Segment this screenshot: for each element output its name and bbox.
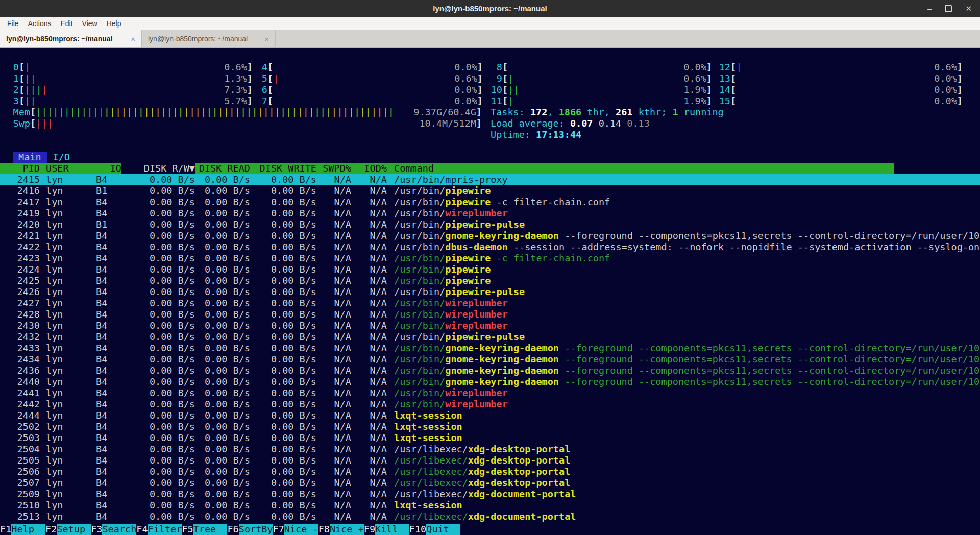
fkey-f2[interactable]: F2Setup [45, 524, 91, 535]
minimize-button[interactable]: – [927, 5, 932, 12]
menu-item-actions[interactable]: Actions [23, 18, 56, 29]
wr-cell: 0.00 B/s [250, 331, 316, 343]
column-header-disk-read[interactable]: DISK READ [195, 163, 250, 174]
pid-cell: 2510 [5, 500, 40, 511]
process-row[interactable]: 2507lynB40.00 B/s0.00 B/s0.00 B/sN/AN/A/… [0, 477, 980, 489]
process-row[interactable]: 2442lynB40.00 B/s0.00 B/s0.00 B/sN/AN/A/… [0, 399, 980, 410]
command-cell: /usr/libexec/xdg-document-portal [387, 511, 980, 522]
user-cell: lyn [40, 354, 96, 365]
process-row[interactable]: 2506lynB40.00 B/s0.00 B/s0.00 B/sN/AN/A/… [0, 466, 980, 477]
process-row[interactable]: 2513lynB40.00 B/s0.00 B/s0.00 B/sN/AN/A/… [0, 511, 980, 522]
column-header-command[interactable]: Command [387, 163, 894, 174]
process-row[interactable]: 2509lynB40.00 B/s0.00 B/s0.00 B/sN/AN/A/… [0, 489, 980, 500]
process-row[interactable]: 2503lynB40.00 B/s0.00 B/s0.00 B/sN/AN/Al… [0, 432, 980, 444]
column-header-disk-r-w-[interactable]: DISK R/W▼ [121, 163, 195, 174]
iod-cell: N/A [351, 455, 387, 466]
column-header-swpd-[interactable]: SWPD% [316, 163, 351, 174]
process-row[interactable]: 2421lynB40.00 B/s0.00 B/s0.00 B/sN/AN/A/… [0, 230, 980, 241]
process-row[interactable]: 2440lynB40.00 B/s0.00 B/s0.00 B/sN/AN/A/… [0, 376, 980, 387]
process-row[interactable]: 2433lynB40.00 B/s0.00 B/s0.00 B/sN/AN/A/… [0, 343, 980, 354]
column-header-user[interactable]: USER [40, 163, 96, 174]
process-row[interactable]: 2430lynB40.00 B/s0.00 B/s0.00 B/sN/AN/A/… [0, 320, 980, 331]
process-row[interactable]: 2420lynB10.00 B/s0.00 B/s0.00 B/sN/AN/A/… [0, 219, 980, 230]
swpd-cell: N/A [316, 253, 351, 264]
terminal-tab[interactable]: lyn@lyn-b850mprors: ~/manual× [0, 30, 142, 47]
command-cell: lxqt-session [387, 421, 980, 432]
process-row[interactable]: 2428lynB40.00 B/s0.00 B/s0.00 B/sN/AN/A/… [0, 309, 980, 320]
column-header-io[interactable]: IO [96, 163, 121, 174]
bracket: ] [477, 73, 483, 84]
process-row[interactable]: 2441lynB40.00 B/s0.00 B/s0.00 B/sN/AN/A/… [0, 387, 980, 399]
pid-cell: 2503 [5, 432, 40, 444]
terminal-screen: 0[|0.6%]1[||1.3%]2[||||7.3%]3[||5.7%]4[0… [0, 48, 980, 535]
process-row[interactable]: 2504lynB40.00 B/s0.00 B/s0.00 B/sN/AN/A/… [0, 444, 980, 455]
fkey-f9[interactable]: F9Kill [364, 524, 409, 535]
process-row[interactable]: 2432lynB40.00 B/s0.00 B/s0.00 B/sN/AN/A/… [0, 331, 980, 343]
bracket: ] [477, 95, 483, 107]
fkey-f7[interactable]: F7Nice - [273, 524, 318, 535]
wr-cell: 0.00 B/s [250, 309, 316, 320]
terminal-tab[interactable]: lyn@lyn-b850mprors: ~/manual× [142, 30, 276, 47]
menu-item-view[interactable]: View [78, 18, 102, 29]
pid-cell: 2426 [5, 286, 40, 298]
swpd-cell: N/A [316, 219, 351, 230]
process-row[interactable]: 2427lynB40.00 B/s0.00 B/s0.00 B/sN/AN/A/… [0, 298, 980, 309]
pid-cell: 2505 [5, 455, 40, 466]
fkey-f10[interactable]: F10Quit [409, 524, 460, 535]
process-row[interactable]: 2416lynB10.00 B/s0.00 B/s0.00 B/sN/AN/A/… [0, 185, 980, 197]
process-row[interactable]: 2505lynB40.00 B/s0.00 B/s0.00 B/sN/AN/A/… [0, 455, 980, 466]
fkey-f3[interactable]: F3Search [91, 524, 136, 535]
wr-cell: 0.00 B/s [250, 489, 316, 500]
process-row[interactable]: 2425lynB40.00 B/s0.00 B/s0.00 B/sN/AN/A/… [0, 275, 980, 286]
column-header-pid[interactable]: PID [5, 163, 40, 174]
column-header-disk-write[interactable]: DISK WRITE [250, 163, 316, 174]
process-row[interactable]: 2419lynB40.00 B/s0.00 B/s0.00 B/sN/AN/A/… [0, 208, 980, 219]
tab-close-icon[interactable]: × [131, 35, 135, 43]
fkey-f6[interactable]: F6SortBy [227, 524, 273, 535]
memory-meter-value: 9.37G/60.4G [413, 107, 476, 118]
bracket: ] [957, 73, 963, 84]
process-row[interactable]: 2510lynB40.00 B/s0.00 B/s0.00 B/sN/AN/Al… [0, 500, 980, 511]
user-cell: lyn [40, 241, 96, 253]
cpu-14-meter: 14[0.0%] [719, 84, 963, 95]
process-row[interactable]: 2426lynB40.00 B/s0.00 B/s0.00 B/sN/AN/A/… [0, 286, 980, 298]
iod-cell: N/A [351, 410, 387, 421]
menu-item-file[interactable]: File [3, 18, 23, 29]
swpd-cell: N/A [316, 376, 351, 387]
process-row[interactable]: 2434lynB40.00 B/s0.00 B/s0.00 B/sN/AN/A/… [0, 354, 980, 365]
bracket: ] [476, 118, 482, 129]
process-row[interactable]: 2444lynB40.00 B/s0.00 B/s0.00 B/sN/AN/Al… [0, 410, 980, 421]
cpu-5-meter: 5[|0.6%] [261, 73, 483, 84]
process-row[interactable]: 2502lynB40.00 B/s0.00 B/s0.00 B/sN/AN/Al… [0, 421, 980, 432]
maximize-button[interactable] [945, 5, 952, 12]
close-button[interactable]: ✕ [965, 5, 972, 12]
user-cell: lyn [40, 197, 96, 208]
wr-cell: 0.00 B/s [250, 477, 316, 489]
fkey-f5[interactable]: F5Tree [182, 524, 227, 535]
bracket: [ [730, 73, 736, 84]
fkey-f4[interactable]: F4Filter [136, 524, 182, 535]
process-row[interactable]: 2423lynB40.00 B/s0.00 B/s0.00 B/sN/AN/A/… [0, 253, 980, 264]
column-header-iod-[interactable]: IOD% [351, 163, 387, 174]
rw-cell: 0.00 B/s [121, 343, 195, 354]
cpu-meter-bar: | [273, 73, 279, 84]
menu-item-help[interactable]: Help [102, 18, 126, 29]
htop-tab-main[interactable]: Main [13, 152, 47, 163]
tab-close-icon[interactable]: × [264, 35, 269, 43]
rd-cell: 0.00 B/s [195, 343, 250, 354]
bracket: [ [267, 95, 273, 107]
menu-item-edit[interactable]: Edit [56, 18, 77, 29]
fkey-f8[interactable]: F8Nice + [318, 524, 364, 535]
io-cell: B4 [96, 275, 121, 286]
process-row[interactable]: 2436lynB40.00 B/s0.00 B/s0.00 B/sN/AN/A/… [0, 365, 980, 376]
htop-tab-io[interactable]: I/O [53, 152, 70, 163]
process-row[interactable]: 2422lynB40.00 B/s0.00 B/s0.00 B/sN/AN/A/… [0, 241, 980, 253]
rw-cell: 0.00 B/s [121, 230, 195, 241]
fkey-f1[interactable]: F1Help [0, 524, 45, 535]
rw-cell: 0.00 B/s [121, 354, 195, 365]
swpd-cell: N/A [316, 331, 351, 343]
process-row[interactable]: 2415lynB40.00 B/s0.00 B/s0.00 B/sN/AN/A/… [0, 174, 980, 185]
process-row[interactable]: 2417lynB40.00 B/s0.00 B/s0.00 B/sN/AN/A/… [0, 197, 980, 208]
io-cell: B4 [96, 421, 121, 432]
process-row[interactable]: 2424lynB40.00 B/s0.00 B/s0.00 B/sN/AN/A/… [0, 264, 980, 275]
